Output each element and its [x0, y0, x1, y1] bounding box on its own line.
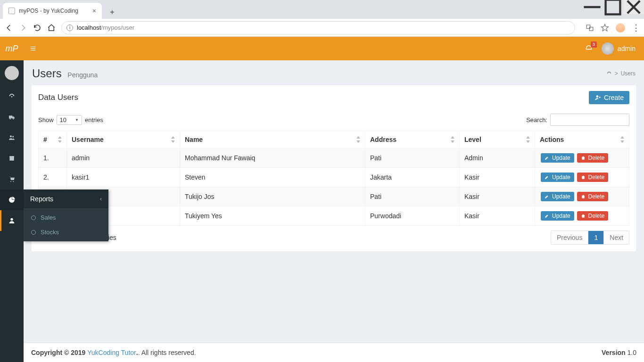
delete-button[interactable]: Delete	[577, 173, 609, 182]
sidebar-item-reports[interactable]: Reports ‹ Sales Stocks	[0, 189, 24, 210]
url-field[interactable]: i localhost/mypos/user	[61, 21, 575, 34]
update-button[interactable]: Update	[541, 192, 574, 201]
app-footer: Copyright © 2019 YukCoding Tutor.. All r…	[24, 343, 644, 362]
sort-icon	[450, 136, 455, 143]
flyout-item-sales[interactable]: Sales	[24, 210, 108, 225]
browser-tabbar: myPOS - by YukCoding × +	[0, 0, 644, 19]
tab-title: myPOS - by YukCoding	[19, 8, 78, 14]
notifications-button[interactable]: 3	[585, 44, 593, 53]
update-button[interactable]: Update	[541, 153, 574, 163]
footer-brand-link[interactable]: YukCoding Tutor	[87, 349, 136, 356]
sidebar-item-dashboard[interactable]	[0, 86, 24, 107]
page-header: Users Pengguna > Users	[24, 60, 644, 85]
col-index[interactable]: #	[39, 131, 67, 148]
new-tab-button[interactable]: +	[106, 6, 119, 19]
username-label: admin	[618, 45, 636, 52]
browser-tab[interactable]: myPOS - by YukCoding ×	[3, 3, 102, 19]
col-address[interactable]: Address	[365, 131, 460, 148]
notification-badge: 3	[591, 41, 597, 48]
search-input[interactable]	[550, 114, 629, 126]
col-actions[interactable]: Actions	[535, 131, 629, 148]
page-title: Users Pengguna	[32, 67, 98, 80]
delete-button[interactable]: Delete	[577, 153, 609, 163]
pagination: Previous 1 Next	[551, 230, 629, 245]
browser-toolbar: i localhost/mypos/user ⋮	[0, 19, 644, 37]
svg-point-19	[10, 218, 13, 221]
table-row: 4. Tukiyem Yes Purwodadi Kasir Update De…	[39, 206, 629, 226]
window-controls	[582, 0, 644, 19]
create-button[interactable]: Create	[589, 91, 629, 104]
flyout-title: Reports	[30, 195, 53, 203]
info-icon[interactable]: i	[66, 25, 73, 31]
close-window-button[interactable]	[623, 0, 644, 14]
pencil-icon	[545, 175, 549, 180]
svg-rect-16	[9, 156, 14, 157]
user-menu[interactable]: admin	[602, 42, 636, 55]
table-row: 2. kasir1 Steven Jakarta Kasir Update De…	[39, 168, 629, 187]
sort-icon	[170, 136, 176, 143]
url-path: /mypos/user	[101, 24, 134, 31]
panel-data-users: Data Users Create Show 10 ▼ entries	[31, 85, 636, 252]
flyout-item-stocks[interactable]: Stocks	[24, 225, 108, 239]
trash-icon	[581, 214, 586, 218]
trash-icon	[581, 194, 586, 199]
reload-button[interactable]	[33, 24, 41, 32]
svg-point-11	[9, 118, 11, 119]
brand-logo[interactable]: mP	[0, 37, 24, 60]
minimize-button[interactable]	[582, 0, 603, 14]
delete-button[interactable]: Delete	[577, 211, 609, 221]
sidebar-user-avatar[interactable]	[0, 60, 24, 86]
sidebar-flyout-reports: Reports ‹ Sales Stocks	[24, 189, 108, 241]
update-button[interactable]: Update	[541, 211, 574, 221]
col-level[interactable]: Level	[460, 131, 535, 148]
back-button[interactable]	[5, 24, 13, 32]
chevron-down-icon: ▼	[75, 118, 79, 122]
sort-icon	[57, 136, 63, 143]
pencil-icon	[545, 156, 549, 160]
sidebar-toggle[interactable]	[24, 37, 42, 60]
sort-icon	[619, 136, 625, 143]
table-row: 1. admin Mohammad Nur Fawaiq Pati Admin …	[39, 148, 629, 168]
trash-icon	[581, 156, 586, 160]
sidebar-item-customers[interactable]	[0, 127, 24, 148]
flyout-header[interactable]: Reports ‹	[24, 189, 108, 208]
sidebar-item-users[interactable]	[0, 210, 24, 231]
app-topnav: mP 3 admin	[0, 37, 644, 60]
sidebar-item-items[interactable]	[0, 148, 24, 169]
delete-button[interactable]: Delete	[577, 192, 609, 201]
home-button[interactable]	[47, 24, 56, 32]
svg-point-18	[13, 181, 14, 182]
circle-icon	[31, 215, 36, 220]
chevron-left-icon: ‹	[100, 196, 102, 202]
length-select[interactable]: 10 ▼	[57, 115, 82, 125]
browser-menu-icon[interactable]: ⋮	[632, 23, 639, 33]
svg-point-20	[596, 95, 598, 98]
maximize-button[interactable]	[603, 0, 623, 14]
breadcrumb: > Users	[606, 70, 636, 77]
profile-avatar[interactable]	[616, 23, 625, 33]
panel-title: Data Users	[38, 93, 78, 102]
update-button[interactable]: Update	[541, 173, 574, 182]
col-name[interactable]: Name	[180, 131, 365, 148]
avatar	[602, 42, 614, 55]
translate-icon[interactable]	[586, 24, 594, 32]
forward-button[interactable]	[19, 24, 27, 32]
svg-marker-6	[602, 24, 609, 31]
svg-point-17	[10, 181, 11, 182]
page-prev[interactable]: Previous	[551, 231, 588, 244]
close-icon[interactable]: ×	[92, 7, 96, 15]
sidebar-item-transactions[interactable]	[0, 169, 24, 189]
svg-rect-1	[606, 0, 620, 14]
svg-point-12	[13, 118, 14, 119]
users-table: # Username Name Address Level Actions 1.	[38, 131, 629, 226]
page-1[interactable]: 1	[588, 231, 603, 244]
svg-point-13	[10, 135, 12, 137]
bookmark-star-icon[interactable]	[601, 24, 609, 32]
file-icon	[8, 8, 15, 14]
table-row: 3. Tukijo Jos Pati Kasir Update Delete	[39, 187, 629, 206]
col-username[interactable]: Username	[67, 131, 180, 148]
page-next[interactable]: Next	[603, 231, 629, 244]
search-label: Search:	[526, 116, 547, 123]
dashboard-icon[interactable]	[606, 71, 612, 76]
sidebar-item-supplier[interactable]	[0, 107, 24, 127]
